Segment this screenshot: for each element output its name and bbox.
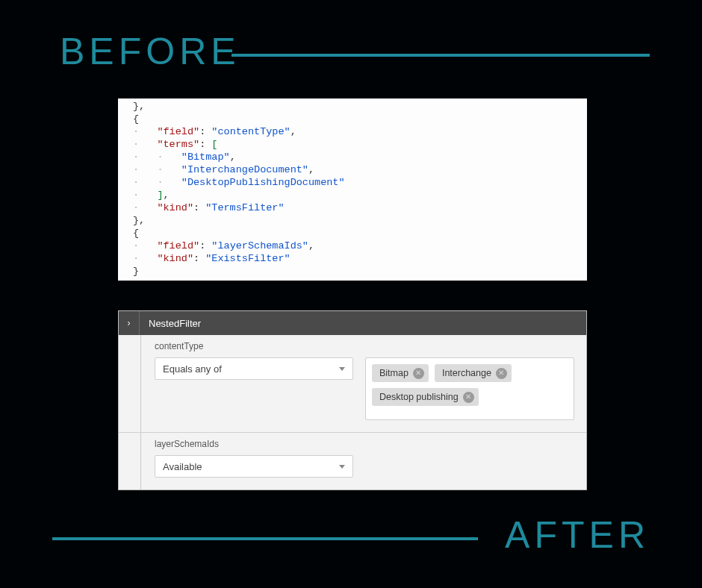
filter-field-label: contentType xyxy=(155,341,574,351)
filter-section: contentTypeEquals any ofBitmap✕Interchan… xyxy=(119,335,586,432)
divider-top xyxy=(232,54,650,57)
operator-select[interactable]: Available xyxy=(155,455,353,478)
chip-remove-icon[interactable]: ✕ xyxy=(496,368,507,379)
operator-select-value: Equals any of xyxy=(163,363,222,375)
chevron-down-icon xyxy=(339,465,345,469)
filter-panel-title: NestedFilter xyxy=(140,311,201,335)
after-heading: AFTER xyxy=(505,513,650,557)
value-chip[interactable]: Bitmap✕ xyxy=(372,364,429,382)
chevron-right-icon: › xyxy=(128,318,131,328)
value-chip-label: Interchange xyxy=(442,368,491,378)
filter-panel: › NestedFilter contentTypeEquals any ofB… xyxy=(118,310,587,490)
value-chip-label: Desktop publishing xyxy=(379,392,459,402)
chip-remove-icon[interactable]: ✕ xyxy=(463,392,474,403)
operator-select[interactable]: Equals any of xyxy=(155,357,353,380)
chip-remove-icon[interactable]: ✕ xyxy=(413,368,424,379)
expand-toggle[interactable]: › xyxy=(119,311,140,335)
before-heading: BEFORE xyxy=(60,30,240,73)
divider-bottom xyxy=(52,537,478,540)
chevron-down-icon xyxy=(339,367,345,371)
value-chip[interactable]: Interchange✕ xyxy=(435,364,512,382)
json-code-block: },{· "field": "contentType",· "terms": [… xyxy=(118,98,587,281)
filter-section: layerSchemaIdsAvailable xyxy=(119,432,586,490)
value-chip-label: Bitmap xyxy=(379,368,409,378)
filter-field-label: layerSchemaIds xyxy=(155,439,574,449)
value-chip[interactable]: Desktop publishing✕ xyxy=(372,388,479,406)
value-chip-box[interactable]: Bitmap✕Interchange✕Desktop publishing✕ xyxy=(365,357,574,420)
filter-panel-header: › NestedFilter xyxy=(119,311,586,335)
operator-select-value: Available xyxy=(163,461,202,472)
